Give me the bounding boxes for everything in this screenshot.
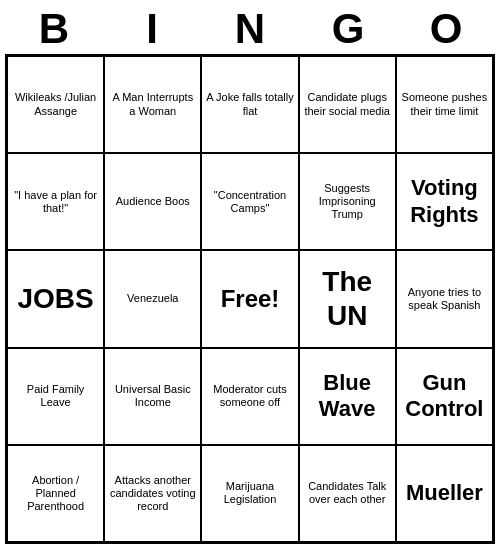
bingo-cell[interactable]: Abortion / Planned Parenthood: [7, 445, 104, 542]
bingo-letter: G: [304, 8, 392, 50]
bingo-cell[interactable]: "Concentration Camps": [201, 153, 298, 250]
bingo-cell[interactable]: Wikileaks /Julian Assange: [7, 56, 104, 153]
bingo-letter: I: [108, 8, 196, 50]
bingo-cell[interactable]: Moderator cuts someone off: [201, 348, 298, 445]
bingo-title: BINGO: [5, 0, 495, 54]
bingo-cell[interactable]: JOBS: [7, 250, 104, 347]
bingo-cell[interactable]: Anyone tries to speak Spanish: [396, 250, 493, 347]
bingo-cell[interactable]: Gun Control: [396, 348, 493, 445]
bingo-cell[interactable]: Venezuela: [104, 250, 201, 347]
bingo-cell[interactable]: A Man Interrupts a Woman: [104, 56, 201, 153]
bingo-cell[interactable]: "I have a plan for that!": [7, 153, 104, 250]
bingo-cell[interactable]: Mueller: [396, 445, 493, 542]
bingo-cell[interactable]: Paid Family Leave: [7, 348, 104, 445]
bingo-letter: O: [402, 8, 490, 50]
bingo-cell[interactable]: Someone pushes their time limit: [396, 56, 493, 153]
bingo-cell[interactable]: Free!: [201, 250, 298, 347]
bingo-letter: N: [206, 8, 294, 50]
bingo-cell[interactable]: Candidates Talk over each other: [299, 445, 396, 542]
bingo-letter: B: [10, 8, 98, 50]
bingo-cell[interactable]: The UN: [299, 250, 396, 347]
bingo-cell[interactable]: Universal Basic Income: [104, 348, 201, 445]
bingo-cell[interactable]: A Joke falls totally flat: [201, 56, 298, 153]
bingo-cell[interactable]: Candidate plugs their social media: [299, 56, 396, 153]
bingo-grid: Wikileaks /Julian AssangeA Man Interrupt…: [5, 54, 495, 544]
bingo-cell[interactable]: Attacks another candidates voting record: [104, 445, 201, 542]
bingo-cell[interactable]: Suggests Imprisoning Trump: [299, 153, 396, 250]
bingo-cell[interactable]: Audience Boos: [104, 153, 201, 250]
bingo-cell[interactable]: Voting Rights: [396, 153, 493, 250]
bingo-cell[interactable]: Blue Wave: [299, 348, 396, 445]
bingo-cell[interactable]: Marijuana Legislation: [201, 445, 298, 542]
